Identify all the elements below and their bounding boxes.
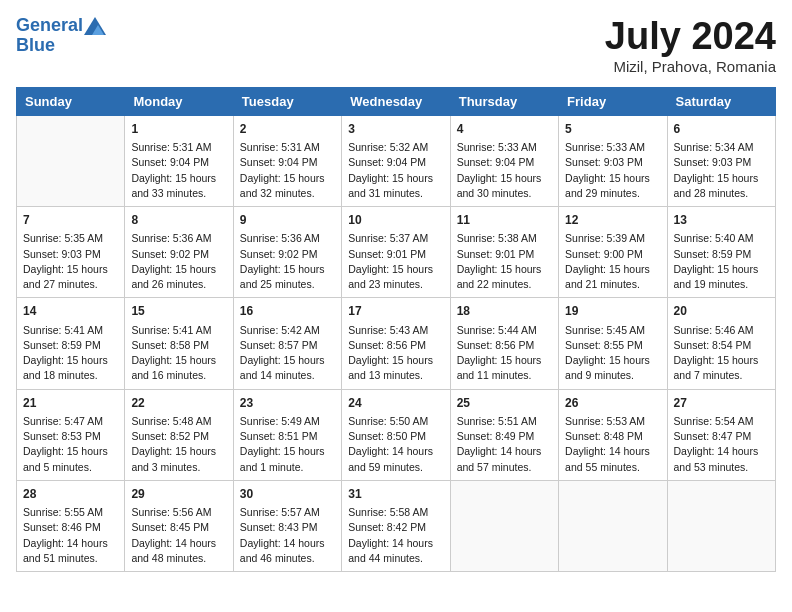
calendar-cell: 19Sunrise: 5:45 AMSunset: 8:55 PMDayligh…	[559, 298, 667, 389]
day-info-line: Daylight: 15 hours	[131, 353, 226, 368]
calendar-cell: 2Sunrise: 5:31 AMSunset: 9:04 PMDaylight…	[233, 115, 341, 206]
calendar-cell: 30Sunrise: 5:57 AMSunset: 8:43 PMDayligh…	[233, 480, 341, 571]
day-info-line: and 51 minutes.	[23, 551, 118, 566]
day-info-line: Daylight: 15 hours	[565, 171, 660, 186]
day-number: 17	[348, 303, 443, 320]
day-info-line: Sunrise: 5:55 AM	[23, 505, 118, 520]
calendar-cell: 10Sunrise: 5:37 AMSunset: 9:01 PMDayligh…	[342, 207, 450, 298]
day-info-line: and 13 minutes.	[348, 368, 443, 383]
day-info-line: Sunset: 8:42 PM	[348, 520, 443, 535]
day-info-line: Daylight: 15 hours	[240, 262, 335, 277]
logo-general: General	[16, 15, 83, 35]
day-info-line: Sunset: 8:57 PM	[240, 338, 335, 353]
day-info-line: Sunset: 8:59 PM	[23, 338, 118, 353]
calendar-cell: 17Sunrise: 5:43 AMSunset: 8:56 PMDayligh…	[342, 298, 450, 389]
logo-blue: Blue	[16, 35, 55, 55]
day-number: 8	[131, 212, 226, 229]
day-info-line: Sunrise: 5:47 AM	[23, 414, 118, 429]
day-info-line: Sunrise: 5:51 AM	[457, 414, 552, 429]
day-info-line: Daylight: 14 hours	[348, 444, 443, 459]
day-info-line: Sunset: 8:59 PM	[674, 247, 769, 262]
day-info-line: Sunset: 9:01 PM	[348, 247, 443, 262]
day-number: 22	[131, 395, 226, 412]
day-info-line: Daylight: 14 hours	[457, 444, 552, 459]
calendar-cell: 29Sunrise: 5:56 AMSunset: 8:45 PMDayligh…	[125, 480, 233, 571]
day-info-line: and 59 minutes.	[348, 460, 443, 475]
day-info-line: and 32 minutes.	[240, 186, 335, 201]
week-row-3: 14Sunrise: 5:41 AMSunset: 8:59 PMDayligh…	[17, 298, 776, 389]
location: Mizil, Prahova, Romania	[605, 58, 776, 75]
day-info-line: and 53 minutes.	[674, 460, 769, 475]
day-info-line: Sunset: 8:54 PM	[674, 338, 769, 353]
calendar-cell: 27Sunrise: 5:54 AMSunset: 8:47 PMDayligh…	[667, 389, 775, 480]
day-info-line: Sunrise: 5:39 AM	[565, 231, 660, 246]
day-info-line: Daylight: 14 hours	[348, 536, 443, 551]
day-number: 29	[131, 486, 226, 503]
day-info-line: Sunset: 9:00 PM	[565, 247, 660, 262]
day-info-line: Sunset: 8:47 PM	[674, 429, 769, 444]
day-info-line: Sunrise: 5:57 AM	[240, 505, 335, 520]
day-info-line: Sunrise: 5:41 AM	[131, 323, 226, 338]
calendar-cell: 1Sunrise: 5:31 AMSunset: 9:04 PMDaylight…	[125, 115, 233, 206]
calendar-cell: 13Sunrise: 5:40 AMSunset: 8:59 PMDayligh…	[667, 207, 775, 298]
day-info-line: and 5 minutes.	[23, 460, 118, 475]
weekday-header-monday: Monday	[125, 87, 233, 115]
day-info-line: Sunset: 8:49 PM	[457, 429, 552, 444]
calendar-cell: 15Sunrise: 5:41 AMSunset: 8:58 PMDayligh…	[125, 298, 233, 389]
day-info-line: Daylight: 15 hours	[348, 171, 443, 186]
day-number: 19	[565, 303, 660, 320]
calendar-cell: 22Sunrise: 5:48 AMSunset: 8:52 PMDayligh…	[125, 389, 233, 480]
day-info-line: Daylight: 15 hours	[23, 353, 118, 368]
day-info-line: Sunrise: 5:54 AM	[674, 414, 769, 429]
day-info-line: Daylight: 15 hours	[240, 444, 335, 459]
calendar-cell	[667, 480, 775, 571]
day-info-line: Sunset: 8:51 PM	[240, 429, 335, 444]
day-number: 3	[348, 121, 443, 138]
day-number: 13	[674, 212, 769, 229]
calendar-cell: 21Sunrise: 5:47 AMSunset: 8:53 PMDayligh…	[17, 389, 125, 480]
day-info-line: and 16 minutes.	[131, 368, 226, 383]
day-info-line: and 3 minutes.	[131, 460, 226, 475]
day-info-line: Sunset: 8:56 PM	[457, 338, 552, 353]
day-info-line: Sunrise: 5:36 AM	[131, 231, 226, 246]
day-info-line: Sunrise: 5:44 AM	[457, 323, 552, 338]
day-info-line: Sunrise: 5:32 AM	[348, 140, 443, 155]
title-block: July 2024 Mizil, Prahova, Romania	[605, 16, 776, 75]
calendar-cell: 9Sunrise: 5:36 AMSunset: 9:02 PMDaylight…	[233, 207, 341, 298]
day-info-line: and 9 minutes.	[565, 368, 660, 383]
day-info-line: Sunrise: 5:31 AM	[131, 140, 226, 155]
day-info-line: Sunset: 9:04 PM	[457, 155, 552, 170]
calendar-cell: 8Sunrise: 5:36 AMSunset: 9:02 PMDaylight…	[125, 207, 233, 298]
day-info-line: Sunset: 9:03 PM	[674, 155, 769, 170]
calendar-cell	[17, 115, 125, 206]
weekday-header-sunday: Sunday	[17, 87, 125, 115]
calendar-cell: 16Sunrise: 5:42 AMSunset: 8:57 PMDayligh…	[233, 298, 341, 389]
day-number: 20	[674, 303, 769, 320]
weekday-header-wednesday: Wednesday	[342, 87, 450, 115]
day-number: 23	[240, 395, 335, 412]
calendar-cell: 31Sunrise: 5:58 AMSunset: 8:42 PMDayligh…	[342, 480, 450, 571]
day-info-line: Daylight: 15 hours	[348, 353, 443, 368]
day-info-line: Sunrise: 5:53 AM	[565, 414, 660, 429]
day-info-line: Sunset: 9:04 PM	[240, 155, 335, 170]
day-info-line: Daylight: 15 hours	[565, 353, 660, 368]
day-number: 9	[240, 212, 335, 229]
day-info-line: Sunrise: 5:46 AM	[674, 323, 769, 338]
day-info-line: Sunset: 9:02 PM	[240, 247, 335, 262]
day-info-line: and 23 minutes.	[348, 277, 443, 292]
day-info-line: Daylight: 15 hours	[565, 262, 660, 277]
calendar-cell: 25Sunrise: 5:51 AMSunset: 8:49 PMDayligh…	[450, 389, 558, 480]
day-info-line: Sunset: 9:03 PM	[565, 155, 660, 170]
day-info-line: and 48 minutes.	[131, 551, 226, 566]
day-info-line: Daylight: 15 hours	[457, 262, 552, 277]
day-info-line: Daylight: 15 hours	[23, 262, 118, 277]
day-info-line: Sunset: 8:45 PM	[131, 520, 226, 535]
day-info-line: Daylight: 15 hours	[131, 444, 226, 459]
day-info-line: and 57 minutes.	[457, 460, 552, 475]
weekday-header-row: SundayMondayTuesdayWednesdayThursdayFrid…	[17, 87, 776, 115]
day-info-line: Sunrise: 5:37 AM	[348, 231, 443, 246]
weekday-header-saturday: Saturday	[667, 87, 775, 115]
day-info-line: and 31 minutes.	[348, 186, 443, 201]
day-number: 12	[565, 212, 660, 229]
calendar-cell: 26Sunrise: 5:53 AMSunset: 8:48 PMDayligh…	[559, 389, 667, 480]
